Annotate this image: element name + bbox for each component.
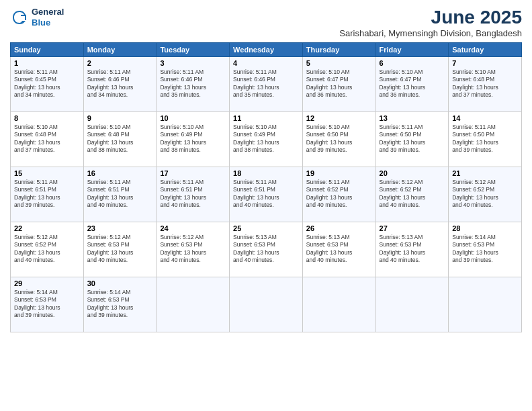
day-info: Sunrise: 5:10 AM Sunset: 6:49 PM Dayligh… [233,124,299,154]
day-number: 21 [452,169,518,177]
day-info: Sunrise: 5:14 AM Sunset: 6:53 PM Dayligh… [14,289,80,320]
day-info: Sunrise: 5:11 AM Sunset: 6:51 PM Dayligh… [87,179,153,210]
day-number: 25 [233,224,299,232]
day-number: 18 [233,169,299,177]
calendar-cell [157,277,230,332]
calendar-cell: 11Sunrise: 5:10 AM Sunset: 6:49 PM Dayli… [230,112,303,167]
calendar-table: Sunday Monday Tuesday Wednesday Thursday… [10,42,522,332]
calendar-cell: 4Sunrise: 5:11 AM Sunset: 6:46 PM Daylig… [230,57,303,112]
day-number: 16 [87,169,153,177]
calendar-cell: 18Sunrise: 5:11 AM Sunset: 6:51 PM Dayli… [230,167,303,222]
day-info: Sunrise: 5:12 AM Sunset: 6:52 PM Dayligh… [14,234,80,265]
day-info: Sunrise: 5:11 AM Sunset: 6:50 PM Dayligh… [452,124,518,154]
day-number: 8 [14,114,80,122]
day-info: Sunrise: 5:10 AM Sunset: 6:50 PM Dayligh… [306,124,372,154]
calendar-cell: 3Sunrise: 5:11 AM Sunset: 6:46 PM Daylig… [157,57,230,112]
calendar-cell: 27Sunrise: 5:13 AM Sunset: 6:53 PM Dayli… [375,222,449,277]
col-tuesday: Tuesday [157,43,230,57]
day-info: Sunrise: 5:10 AM Sunset: 6:48 PM Dayligh… [14,124,80,154]
calendar-week-row: 29Sunrise: 5:14 AM Sunset: 6:53 PM Dayli… [11,277,522,332]
day-info: Sunrise: 5:11 AM Sunset: 6:46 PM Dayligh… [233,68,299,99]
calendar-cell: 17Sunrise: 5:11 AM Sunset: 6:51 PM Dayli… [157,167,230,222]
calendar-cell: 2Sunrise: 5:11 AM Sunset: 6:46 PM Daylig… [83,57,157,112]
day-info: Sunrise: 5:10 AM Sunset: 6:48 PM Dayligh… [452,68,518,99]
day-number: 28 [452,224,518,232]
calendar-cell: 5Sunrise: 5:10 AM Sunset: 6:47 PM Daylig… [302,57,375,112]
calendar-week-row: 22Sunrise: 5:12 AM Sunset: 6:52 PM Dayli… [11,222,522,277]
day-number: 13 [380,114,445,122]
day-number: 27 [380,224,445,232]
calendar-cell [449,277,522,332]
day-info: Sunrise: 5:12 AM Sunset: 6:52 PM Dayligh… [380,179,445,210]
day-number: 11 [233,114,299,122]
col-monday: Monday [83,43,157,57]
calendar-header-row: Sunday Monday Tuesday Wednesday Thursday… [11,43,522,57]
calendar-cell: 28Sunrise: 5:14 AM Sunset: 6:53 PM Dayli… [449,222,522,277]
logo-text: General Blue [32,7,64,28]
day-info: Sunrise: 5:11 AM Sunset: 6:46 PM Dayligh… [87,68,153,99]
day-number: 5 [306,59,372,67]
day-number: 22 [14,224,80,232]
day-number: 17 [160,169,226,177]
calendar-cell: 15Sunrise: 5:11 AM Sunset: 6:51 PM Dayli… [11,167,84,222]
day-info: Sunrise: 5:10 AM Sunset: 6:47 PM Dayligh… [380,68,445,99]
day-info: Sunrise: 5:14 AM Sunset: 6:53 PM Dayligh… [87,289,153,320]
calendar-cell: 1Sunrise: 5:11 AM Sunset: 6:45 PM Daylig… [11,57,84,112]
calendar-cell: 10Sunrise: 5:10 AM Sunset: 6:49 PM Dayli… [157,112,230,167]
col-saturday: Saturday [449,43,522,57]
day-number: 29 [14,279,80,287]
month-title: June 2025 [339,7,522,28]
day-info: Sunrise: 5:13 AM Sunset: 6:53 PM Dayligh… [233,234,299,265]
calendar-cell [302,277,375,332]
day-info: Sunrise: 5:12 AM Sunset: 6:52 PM Dayligh… [452,179,518,210]
day-info: Sunrise: 5:14 AM Sunset: 6:53 PM Dayligh… [452,234,518,265]
col-friday: Friday [375,43,449,57]
day-info: Sunrise: 5:11 AM Sunset: 6:50 PM Dayligh… [380,124,445,154]
day-number: 23 [87,224,153,232]
day-info: Sunrise: 5:11 AM Sunset: 6:46 PM Dayligh… [160,68,226,99]
calendar-cell: 23Sunrise: 5:12 AM Sunset: 6:53 PM Dayli… [83,222,157,277]
day-info: Sunrise: 5:10 AM Sunset: 6:49 PM Dayligh… [160,124,226,154]
calendar-cell: 26Sunrise: 5:13 AM Sunset: 6:53 PM Dayli… [302,222,375,277]
page: General Blue June 2025 Sarishabari, Myme… [0,0,532,411]
header: General Blue June 2025 Sarishabari, Myme… [10,7,522,38]
calendar-cell: 25Sunrise: 5:13 AM Sunset: 6:53 PM Dayli… [230,222,303,277]
day-info: Sunrise: 5:11 AM Sunset: 6:51 PM Dayligh… [160,179,226,210]
day-number: 20 [380,169,445,177]
calendar-cell: 21Sunrise: 5:12 AM Sunset: 6:52 PM Dayli… [449,167,522,222]
calendar-cell: 12Sunrise: 5:10 AM Sunset: 6:50 PM Dayli… [302,112,375,167]
calendar-cell: 20Sunrise: 5:12 AM Sunset: 6:52 PM Dayli… [375,167,449,222]
day-number: 3 [160,59,226,67]
calendar-cell [230,277,303,332]
day-number: 10 [160,114,226,122]
calendar-cell: 14Sunrise: 5:11 AM Sunset: 6:50 PM Dayli… [449,112,522,167]
col-sunday: Sunday [11,43,84,57]
day-info: Sunrise: 5:11 AM Sunset: 6:52 PM Dayligh… [306,179,372,210]
title-block: June 2025 Sarishabari, Mymensingh Divisi… [339,7,522,38]
day-info: Sunrise: 5:11 AM Sunset: 6:45 PM Dayligh… [14,68,80,99]
day-number: 24 [160,224,226,232]
calendar-cell: 24Sunrise: 5:12 AM Sunset: 6:53 PM Dayli… [157,222,230,277]
day-info: Sunrise: 5:11 AM Sunset: 6:51 PM Dayligh… [233,179,299,210]
day-info: Sunrise: 5:10 AM Sunset: 6:48 PM Dayligh… [87,124,153,154]
calendar-cell [375,277,449,332]
day-number: 2 [87,59,153,67]
day-info: Sunrise: 5:10 AM Sunset: 6:47 PM Dayligh… [306,68,372,99]
logo-icon [10,8,29,27]
location-subtitle: Sarishabari, Mymensingh Division, Bangla… [339,28,522,38]
day-number: 26 [306,224,372,232]
calendar-cell: 16Sunrise: 5:11 AM Sunset: 6:51 PM Dayli… [83,167,157,222]
day-number: 1 [14,59,80,67]
day-info: Sunrise: 5:13 AM Sunset: 6:53 PM Dayligh… [306,234,372,265]
day-info: Sunrise: 5:13 AM Sunset: 6:53 PM Dayligh… [380,234,445,265]
day-info: Sunrise: 5:11 AM Sunset: 6:51 PM Dayligh… [14,179,80,210]
logo: General Blue [10,7,64,28]
col-thursday: Thursday [302,43,375,57]
calendar-cell: 8Sunrise: 5:10 AM Sunset: 6:48 PM Daylig… [11,112,84,167]
calendar-cell: 30Sunrise: 5:14 AM Sunset: 6:53 PM Dayli… [83,277,157,332]
day-number: 30 [87,279,153,287]
calendar-week-row: 8Sunrise: 5:10 AM Sunset: 6:48 PM Daylig… [11,112,522,167]
calendar-cell: 13Sunrise: 5:11 AM Sunset: 6:50 PM Dayli… [375,112,449,167]
calendar-week-row: 1Sunrise: 5:11 AM Sunset: 6:45 PM Daylig… [11,57,522,112]
calendar-cell: 29Sunrise: 5:14 AM Sunset: 6:53 PM Dayli… [11,277,84,332]
